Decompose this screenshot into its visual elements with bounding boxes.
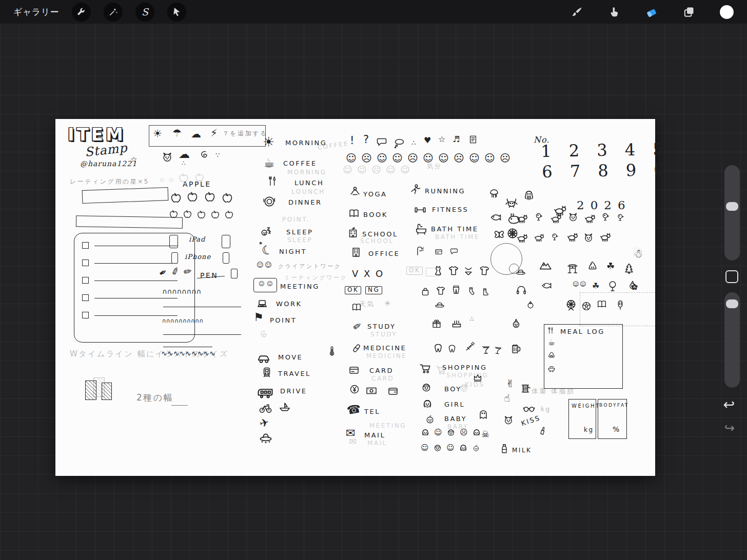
apple-doodle: [221, 192, 234, 205]
opacity-handle[interactable]: [726, 299, 738, 308]
hat-doodle: [515, 267, 526, 278]
canvas-label: ミーティングワーク: [284, 275, 347, 281]
transform-button[interactable]: [167, 3, 186, 22]
canvas-label: LUNCH: [294, 179, 324, 187]
lipstick-doodle: [537, 425, 549, 437]
selection-s-icon: S: [142, 7, 148, 17]
wheel-doodle: [564, 298, 578, 312]
canvas-label: iPad: [189, 236, 205, 243]
emoticon-doodle: ☹: [371, 165, 381, 174]
brush-size-handle[interactable]: [726, 202, 738, 211]
tub-doodle: [415, 223, 428, 236]
canvas-label: 6 7 8 9 0: [542, 161, 671, 182]
ghost-doodle: [477, 408, 489, 421]
canvas-label: MEETING: [369, 423, 406, 429]
color-swatch: [720, 5, 734, 19]
crown-doodle: [472, 372, 483, 384]
apple-doodle: [178, 172, 190, 185]
animal-doodle: [549, 212, 563, 225]
faceboy-doodle: [421, 382, 432, 393]
emoticon-doodle: ☺: [392, 153, 403, 163]
gallery-button[interactable]: ギャラリー: [13, 6, 59, 18]
snowman-doodle: ☃: [633, 248, 643, 259]
apple-doodle: [194, 172, 205, 184]
facegirl-doodle: [421, 428, 430, 437]
canvas-label: 1 2 3 4 5: [541, 141, 670, 161]
fish-doodle: [489, 211, 502, 224]
sun-doodle: ☀: [384, 299, 391, 308]
cocktail-doodle: [492, 345, 504, 357]
book-doodle: [596, 298, 607, 310]
adjustments-button[interactable]: [104, 3, 123, 22]
selection-button[interactable]: S: [135, 3, 154, 22]
modify-button[interactable]: [725, 270, 738, 283]
meeting-frame: [253, 278, 277, 292]
canvas-label: PEN: [200, 272, 218, 279]
transform-arrow-icon: [172, 7, 182, 17]
boots-doodle: [480, 287, 490, 297]
socks-doodle: [466, 286, 476, 296]
canvas-label: NG: [365, 286, 382, 294]
book-doodle: [348, 207, 360, 219]
heart-doodle: ♥: [424, 136, 431, 145]
brush-size-slider[interactable]: [724, 165, 740, 261]
emoticon-doodle: ☺: [386, 165, 396, 174]
canvas-label: CARD: [371, 375, 394, 382]
pencil-doodle: ✏: [351, 319, 364, 333]
stage: ITEMStamp@haruna1221レーティング用の星×5？を追加するAPP…: [0, 0, 747, 560]
canvas-label: STUDY: [370, 331, 397, 338]
undo-button[interactable]: ↩: [720, 396, 738, 413]
layers-button[interactable]: [683, 6, 695, 18]
plane-doodle: ✈: [258, 416, 270, 430]
bag-doodle: [420, 286, 431, 297]
canvas-label: TRAVEL: [278, 370, 311, 377]
flag-doodle: ⚑: [253, 312, 264, 323]
facegirl-doodle: [459, 443, 468, 452]
tshirt-doodle: [435, 285, 446, 296]
canvas-label: SLEEP: [287, 237, 312, 244]
bikini-doodle: [463, 266, 474, 277]
emoticon-doodle: ☹: [500, 153, 510, 163]
flower-doodle: ✿: [631, 283, 638, 291]
money-doodle: [365, 385, 378, 397]
question-doodle: ?: [363, 134, 369, 145]
apple-doodle: [210, 210, 221, 221]
boat-doodle: [278, 400, 291, 413]
syringe-doodle: [465, 341, 476, 352]
actions-button[interactable]: [72, 3, 91, 22]
list-line: [94, 298, 178, 298]
shower-doodle: [415, 245, 426, 256]
star-doodle: ☆: [159, 176, 165, 183]
canvas-label: MEAL LOG: [560, 328, 605, 335]
canvas-label: YOGA: [363, 191, 387, 198]
smudge-tool-button[interactable]: [608, 6, 620, 18]
canvas-label: WEIGHT: [572, 403, 600, 409]
plate-doodle: [263, 195, 276, 208]
apple-doodle: [203, 191, 217, 204]
face-doodle: ☺: [267, 281, 272, 287]
star-doodle: ☆: [168, 176, 174, 183]
canvas-label: NIGHT: [279, 248, 307, 255]
facegirl-doodle: [472, 428, 481, 437]
eraser-tool-button[interactable]: [645, 5, 658, 18]
emoticon-doodle: ☹: [407, 153, 418, 163]
memo-doodle: [468, 134, 478, 145]
opacity-slider[interactable]: [724, 292, 740, 388]
color-button[interactable]: [720, 5, 734, 19]
canvas-label: STUDY: [367, 323, 396, 330]
checkbox: [82, 242, 89, 249]
xmastree-doodle: [623, 263, 635, 275]
underline: [171, 405, 188, 406]
canvas-label: MORNING: [287, 169, 326, 176]
jellyfish-doodle: [488, 188, 500, 200]
brush-tool-button[interactable]: [571, 6, 583, 18]
car-doodle: [257, 351, 272, 366]
face-doodle: ☺: [259, 281, 264, 287]
canvas-label: ？を追加する: [223, 130, 268, 137]
canvas[interactable]: ITEMStamp@haruna1221レーティング用の星×5？を追加するAPP…: [55, 119, 655, 476]
canvas-label: 体重 体脂肪: [532, 388, 575, 395]
ring-doodle: [525, 299, 536, 310]
clover-doodle: ☘: [606, 262, 615, 271]
redo-button[interactable]: ↪: [721, 421, 738, 436]
canvas-label: COFFEE: [283, 160, 317, 167]
